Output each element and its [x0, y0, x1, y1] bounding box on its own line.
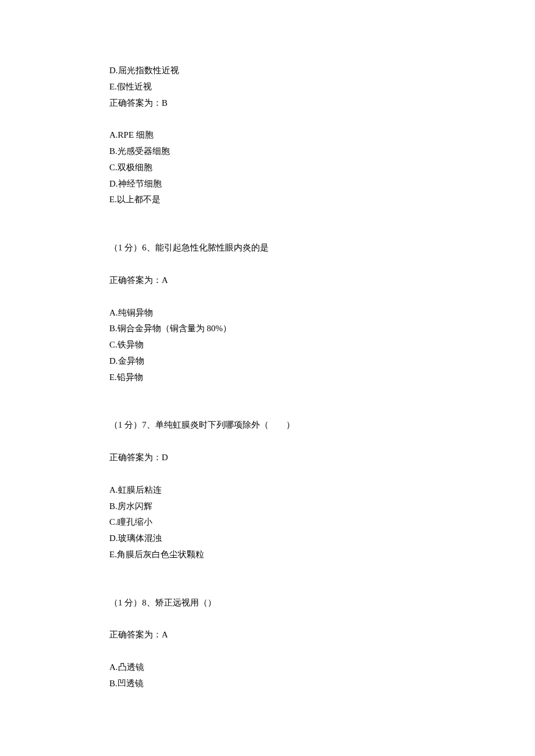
option-text: D.金异物	[109, 353, 426, 370]
option-text: A.虹膜后粘连	[109, 482, 426, 499]
spacer	[109, 466, 426, 482]
option-text: B.光感受器细胞	[109, 144, 426, 160]
spacer	[109, 433, 426, 450]
option-text: B.铜合金异物（铜含量为 80%）	[109, 321, 426, 337]
question-text: （1 分）6、能引起急性化脓性眼内炎的是	[109, 240, 426, 256]
question-text: （1 分）8、矫正远视用（）	[109, 595, 426, 611]
spacer	[109, 208, 426, 240]
document-page: D.屈光指数性近视 E.假性近视 正确答案为：B A.RPE 细胞 B.光感受器…	[0, 0, 535, 756]
option-text: E.假性近视	[109, 79, 426, 95]
answer-text: 正确答案为：A	[109, 273, 426, 289]
option-text: A.RPE 细胞	[109, 127, 426, 144]
option-text: D.屈光指数性近视	[109, 63, 426, 79]
answer-text: 正确答案为：D	[109, 450, 426, 466]
option-text: E.角膜后灰白色尘状颗粒	[109, 547, 426, 563]
option-text: C.铁异物	[109, 337, 426, 353]
option-text: D.玻璃体混浊	[109, 531, 426, 547]
option-text: C.双极细胞	[109, 160, 426, 176]
spacer	[109, 289, 426, 305]
spacer	[109, 256, 426, 273]
option-text: C.瞳孔缩小	[109, 514, 426, 531]
spacer	[109, 611, 426, 627]
option-text: A.凸透镜	[109, 660, 426, 676]
spacer	[109, 385, 426, 417]
spacer	[109, 563, 426, 595]
option-text: B.房水闪辉	[109, 499, 426, 515]
spacer	[109, 643, 426, 660]
option-text: E.铅异物	[109, 370, 426, 386]
question-text: （1 分）7、单纯虹膜炎时下列哪项除外（ ）	[109, 417, 426, 433]
answer-text: 正确答案为：B	[109, 95, 426, 112]
option-text: D.神经节细胞	[109, 176, 426, 192]
answer-text: 正确答案为：A	[109, 627, 426, 643]
spacer	[109, 111, 426, 127]
option-text: B.凹透镜	[109, 676, 426, 692]
option-text: E.以上都不是	[109, 192, 426, 208]
option-text: A.纯铜异物	[109, 305, 426, 321]
